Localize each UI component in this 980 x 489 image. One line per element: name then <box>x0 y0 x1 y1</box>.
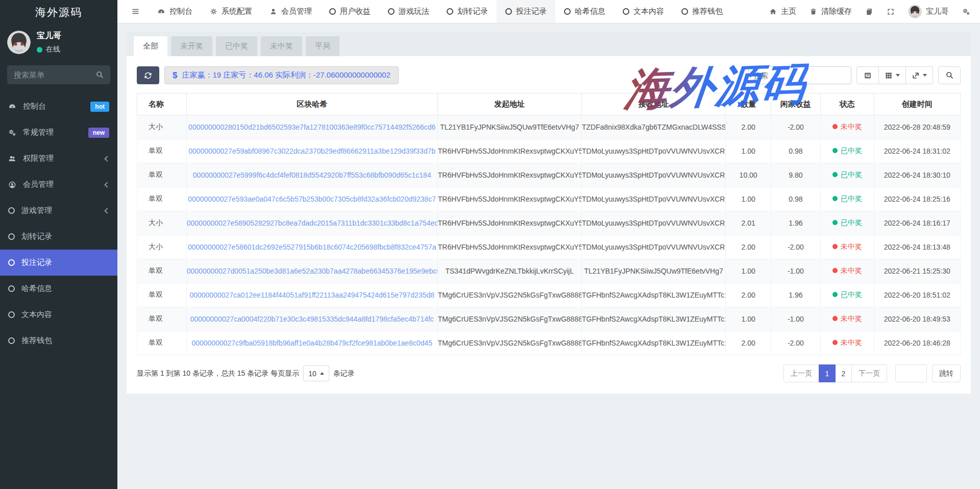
next-page-button[interactable]: 下一页 <box>851 364 887 382</box>
nav-item-system-config[interactable]: 系统配置 <box>201 0 261 23</box>
nav-item-text-content[interactable]: 文本内容 <box>614 0 673 23</box>
table-row: 单双 00000000027ca0004f220b71e30c3c4981533… <box>137 307 961 331</box>
circle-icon <box>8 311 15 318</box>
user-menu[interactable]: 宝儿哥 <box>901 0 955 23</box>
circle-icon <box>388 8 395 15</box>
chevron-left-icon <box>104 182 110 187</box>
block-hash-link[interactable]: 00000000027e593ae0a047c6c5b57b253b00c730… <box>188 195 436 203</box>
sidebar-item-games[interactable]: 游戏管理 <box>0 198 117 224</box>
col-header-block-hash: 区块哈希 <box>186 93 437 115</box>
block-hash-link[interactable]: 00000000027e59abf08967c3022dca2370b29edf… <box>188 147 435 155</box>
nav-item-user-profit[interactable]: 用户收益 <box>321 0 379 23</box>
page-button-2[interactable]: 2 <box>835 364 852 382</box>
block-hash-link[interactable]: 00000000027ca012ee1184f44051af91ff22113a… <box>189 291 434 299</box>
tachometer-icon <box>157 8 165 16</box>
tab-lost[interactable]: 未中奖 <box>261 36 302 56</box>
new-badge: new <box>88 128 109 138</box>
columns-button[interactable] <box>879 66 906 84</box>
nav-item-bets[interactable]: 投注记录 <box>497 0 555 23</box>
sidebar-item-transfers[interactable]: 划转记录 <box>0 224 117 250</box>
search-button[interactable] <box>938 66 961 84</box>
nav-item-transfers[interactable]: 划转记录 <box>438 0 497 23</box>
block-hash-link[interactable]: 000000000280150d21bd6502593e7fa127810036… <box>188 123 435 131</box>
settings-button[interactable] <box>955 0 977 23</box>
fullscreen-button[interactable] <box>880 0 901 23</box>
sidebar-item-referral-wallet[interactable]: 推荐钱包 <box>0 328 117 354</box>
sidebar-item-text-content[interactable]: 文本内容 <box>0 302 117 328</box>
sidebar-item-console[interactable]: 控制台 hot <box>0 93 117 119</box>
sidebar-user-name: 宝儿哥 <box>37 31 61 41</box>
sidebar: 海外源码 宝儿哥 在线 控制台 hot 常规管理 <box>0 0 117 489</box>
prev-page-button[interactable]: 上一页 <box>783 364 819 382</box>
status-dot-icon <box>832 196 838 201</box>
sidebar-item-permissions[interactable]: 权限管理 <box>0 145 117 172</box>
sidebar-item-general[interactable]: 常规管理 new <box>0 119 117 145</box>
refresh-button[interactable] <box>137 66 159 84</box>
nav-item-hash-info[interactable]: 哈希信息 <box>555 0 614 23</box>
status-dot-icon <box>832 268 838 273</box>
app-root: 海外源码 宝儿哥 在线 控制台 hot 常规管理 <box>0 0 980 489</box>
block-hash-link[interactable]: 00000000027ca0004f220b71e30c3c49815335dc… <box>190 315 434 323</box>
nav-item-referral-wallet[interactable]: 推荐钱包 <box>673 0 731 23</box>
language-button[interactable] <box>859 0 880 23</box>
page-button-1[interactable]: 1 <box>819 364 836 382</box>
detail-view-button[interactable] <box>856 66 879 84</box>
nav-item-game-rules[interactable]: 游戏玩法 <box>379 0 438 23</box>
table-row: 大小 00000000027e58905282927bc8ea7dadc2015… <box>137 211 961 235</box>
jump-page-input[interactable] <box>895 364 927 382</box>
nav-item-console[interactable]: 控制台 <box>149 0 201 23</box>
status-cell: 未中奖 <box>820 307 874 331</box>
table-row: 单双 00000000027e59abf08967c3022dca2370b29… <box>137 139 961 163</box>
main-area: 控制台 系统配置 会员管理 用户收益 游戏玩法 划转记录 投注记录 哈希信息 文… <box>117 0 980 489</box>
profit-summary-text: 庄家赢：19 庄家亏：46.06 实际利润：-27.06000000000000… <box>182 70 390 80</box>
export-button[interactable] <box>906 66 933 84</box>
circle-icon <box>505 8 512 15</box>
col-header-amount: 数量 <box>726 93 771 115</box>
table-row: 单双 00000000027d0051a250be3d81a6e52a230b7… <box>137 259 961 283</box>
circle-icon <box>564 8 571 15</box>
block-hash-link[interactable]: 00000000027e58601dc2692e5527915b6b18c607… <box>188 243 436 251</box>
home-icon <box>769 8 777 15</box>
block-hash-link[interactable]: 00000000027d0051a250be3d81a6e52a230b7aa4… <box>187 267 437 275</box>
tab-undrawn[interactable]: 未开奖 <box>171 36 212 56</box>
table-view-buttons <box>856 66 933 84</box>
table-row: 单双 00000000027e5999f6c4dcf4fef0818d55429… <box>137 163 961 187</box>
circle-icon <box>8 207 15 214</box>
status-cell: 未中奖 <box>820 331 874 355</box>
page-size-dropdown[interactable]: 10 <box>303 365 329 381</box>
hot-badge: hot <box>90 102 109 112</box>
nav-item-members[interactable]: 会员管理 <box>261 0 321 23</box>
sidebar-user-panel: 宝儿哥 在线 <box>0 25 117 59</box>
caret-down-icon <box>896 74 900 77</box>
bets-panel: $ 庄家赢：19 庄家亏：46.06 实际利润：-27.060000000000… <box>127 56 971 394</box>
status-cell: 未中奖 <box>820 115 874 139</box>
sidebar-item-members[interactable]: 会员管理 <box>0 172 117 198</box>
sidebar-search-input[interactable] <box>7 65 110 84</box>
clear-cache-button[interactable]: 清除缓存 <box>803 0 859 23</box>
tab-draw[interactable]: 平局 <box>306 36 339 56</box>
block-hash-link[interactable]: 00000000027e5999f6c4dcf4fef0818d5542920b… <box>193 171 431 179</box>
table-row: 大小 00000000027e58601dc2692e5527915b6b18c… <box>137 235 961 259</box>
chevron-left-icon <box>104 208 110 213</box>
sidebar-toggle-button[interactable] <box>122 0 149 23</box>
list-icon <box>864 71 872 80</box>
sidebar-item-bets[interactable]: 投注记录 <box>0 250 117 276</box>
avatar <box>908 5 922 18</box>
table-search-input[interactable] <box>748 66 851 84</box>
col-header-player-profit: 闲家收益 <box>771 93 820 115</box>
search-icon <box>945 71 954 80</box>
tab-won[interactable]: 已中奖 <box>216 36 257 56</box>
block-hash-link[interactable]: 00000000027c9fba05918bfb96aff1e0a4b28b47… <box>191 339 432 347</box>
status-cell: 已中奖 <box>820 139 874 163</box>
pagination-info: 显示第 1 到第 10 条记录，总共 15 条记录 每页显示 10 条记录 <box>137 365 355 381</box>
grid-icon <box>885 71 893 80</box>
gears-icon <box>8 129 16 137</box>
sidebar-item-hash-info[interactable]: 哈希信息 <box>0 276 117 302</box>
tab-all[interactable]: 全部 <box>134 36 167 56</box>
jump-button[interactable]: 跳转 <box>932 364 961 382</box>
export-icon <box>912 71 920 80</box>
profit-summary-alert: $ 庄家赢：19 庄家亏：46.06 实际利润：-27.060000000000… <box>164 66 399 84</box>
home-button[interactable]: 主页 <box>763 0 803 23</box>
block-hash-link[interactable]: 00000000027e58905282927bc8ea7dadc2015a73… <box>187 219 437 227</box>
status-tabs: 全部 未开奖 已中奖 未中奖 平局 <box>127 32 971 56</box>
